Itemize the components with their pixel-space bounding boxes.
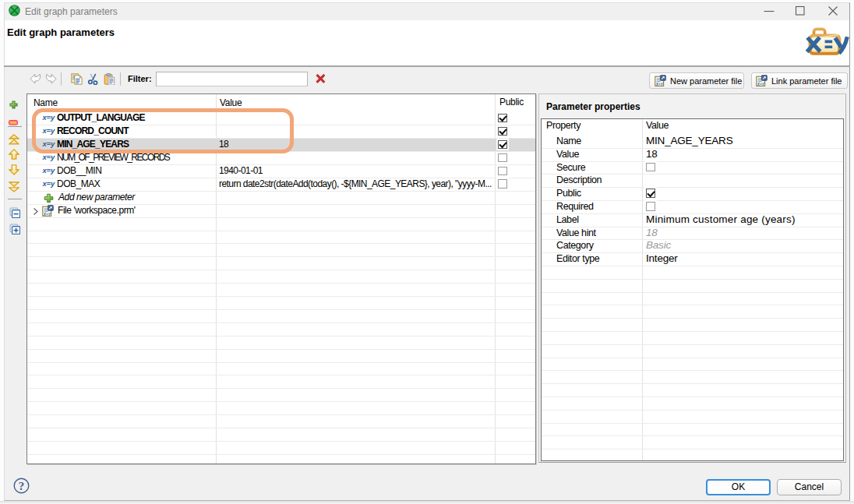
svg-text:X=Y: X=Y [43,212,51,216]
svg-text:X=Y: X=Y [655,83,664,86]
svg-text:?: ? [19,480,25,492]
svg-text:X=Y: X=Y [757,83,765,86]
